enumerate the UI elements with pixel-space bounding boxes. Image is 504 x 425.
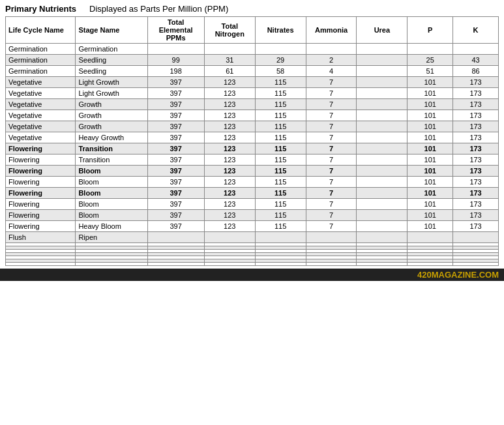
table-row: FloweringBloom3971231157101173 (6, 177, 499, 188)
table-cell: Vegetative (6, 77, 76, 88)
table-cell: 123 (204, 99, 255, 110)
table-cell (357, 88, 408, 99)
table-cell (408, 44, 453, 55)
table-cell (357, 77, 408, 88)
table-cell: 101 (408, 154, 453, 166)
table-cell (357, 99, 408, 110)
table-cell: Flowering (6, 154, 76, 166)
table-cell: Bloom (76, 177, 147, 188)
table-cell: Light Growth (76, 77, 147, 88)
table-cell: 123 (204, 177, 255, 188)
table-cell: 115 (255, 166, 306, 177)
table-cell: 7 (306, 221, 357, 232)
table-cell: Growth (76, 110, 147, 121)
table-cell: Heavy Bloom (76, 221, 147, 232)
table-cell: 123 (204, 199, 255, 210)
table-cell: 7 (306, 188, 357, 199)
table-cell: 101 (408, 177, 453, 188)
table-cell: 115 (255, 210, 306, 221)
table-cell: Bloom (76, 210, 147, 221)
table-cell: 115 (255, 154, 306, 166)
table-cell: 123 (204, 77, 255, 88)
table-cell: 115 (255, 121, 306, 132)
table-cell: 25 (408, 55, 453, 66)
table-cell (453, 232, 499, 243)
col-header-stage: Stage Name (76, 17, 147, 44)
col-header-k: K (453, 17, 499, 44)
table-cell: 7 (306, 121, 357, 132)
col-header-total-n: Total Nitrogen (204, 17, 255, 44)
table-row: FloweringBloom3971231157101173 (6, 210, 499, 221)
table-cell (357, 210, 408, 221)
table-cell (357, 121, 408, 132)
table-cell: 123 (204, 88, 255, 99)
table-cell (255, 263, 306, 266)
table-cell: 7 (306, 210, 357, 221)
table-cell: 7 (306, 88, 357, 99)
table-row: GerminationSeedling99312922543 (6, 55, 499, 66)
table-cell (306, 44, 357, 55)
table-cell (6, 263, 76, 266)
table-cell: Bloom (76, 166, 147, 177)
table-cell: Vegetative (6, 99, 76, 110)
table-cell: 2 (306, 55, 357, 66)
table-cell (408, 263, 453, 266)
table-cell: 115 (255, 132, 306, 143)
table-row: GerminationGermination (6, 44, 499, 55)
table-cell: Seedling (76, 55, 147, 66)
table-cell: 31 (204, 55, 255, 66)
table-cell: 7 (306, 110, 357, 121)
table-cell (255, 44, 306, 55)
table-cell: 173 (453, 143, 499, 154)
table-cell: 101 (408, 221, 453, 232)
table-cell: 61 (204, 66, 255, 77)
table-cell (357, 44, 408, 55)
table-cell: Flowering (6, 143, 76, 154)
table-cell: Bloom (76, 188, 147, 199)
table-row: VegetativeGrowth3971231157101173 (6, 99, 499, 110)
table-cell: 397 (147, 121, 204, 132)
table-cell: 101 (408, 88, 453, 99)
table-cell (357, 132, 408, 143)
table-cell: 397 (147, 154, 204, 166)
table-cell: 198 (147, 66, 204, 77)
table-cell: Vegetative (6, 132, 76, 143)
table-cell: 58 (255, 66, 306, 77)
table-cell: 173 (453, 121, 499, 132)
table-row: FloweringHeavy Bloom3971231157101173 (6, 221, 499, 232)
table-cell: 173 (453, 99, 499, 110)
table-cell: 173 (453, 77, 499, 88)
table-cell (204, 44, 255, 55)
table-cell: Flush (6, 232, 76, 243)
table-cell: Transition (76, 154, 147, 166)
table-cell (357, 188, 408, 199)
table-cell: Growth (76, 99, 147, 110)
nutrients-table: Life Cycle Name Stage Name Total Element… (5, 16, 499, 266)
table-cell: 101 (408, 199, 453, 210)
table-cell: Flowering (6, 166, 76, 177)
table-cell (204, 232, 255, 243)
table-cell: 123 (204, 110, 255, 121)
table-row: FloweringTransition3971231157101173 (6, 143, 499, 154)
table-row: FloweringBloom3971231157101173 (6, 166, 499, 177)
table-cell: Vegetative (6, 88, 76, 99)
table-row: FloweringBloom3971231157101173 (6, 188, 499, 199)
table-cell: 101 (408, 121, 453, 132)
table-cell: Heavy Growth (76, 132, 147, 143)
table-cell: 115 (255, 143, 306, 154)
table-cell: 115 (255, 188, 306, 199)
table-cell: 397 (147, 210, 204, 221)
table-cell (357, 221, 408, 232)
table-cell: 86 (453, 66, 499, 77)
table-cell: Growth (76, 121, 147, 132)
table-cell: 123 (204, 132, 255, 143)
table-cell: 173 (453, 88, 499, 99)
table-row: GerminationSeedling198615845186 (6, 66, 499, 77)
table-cell: Seedling (76, 66, 147, 77)
table-cell: Vegetative (6, 121, 76, 132)
table-cell: Transition (76, 143, 147, 154)
table-cell: 101 (408, 77, 453, 88)
col-header-urea: Urea (357, 17, 408, 44)
col-header-ammonia: Ammonia (306, 17, 357, 44)
col-header-lifecycle: Life Cycle Name (6, 17, 76, 44)
